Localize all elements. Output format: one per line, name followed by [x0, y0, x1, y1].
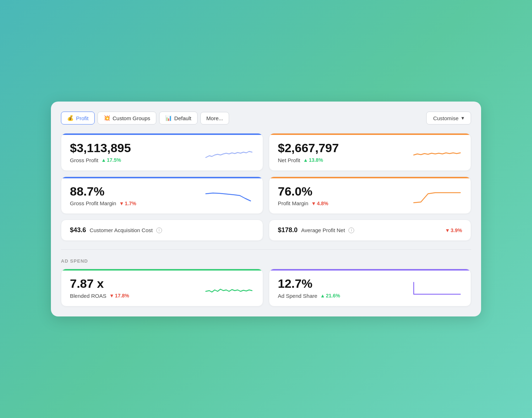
- profit-margin-sparkline: [412, 185, 462, 206]
- chevron-down-icon: ▾: [461, 115, 464, 121]
- net-profit-value: $2,667,797: [278, 141, 339, 155]
- net-profit-label-row: Net Profit ▲ 13.8%: [278, 157, 339, 163]
- profit-margin-change: ▼ 4.8%: [311, 201, 328, 206]
- gross-profit-card: $3,113,895 Gross Profit ▲ 17.5%: [61, 133, 263, 170]
- gross-profit-sparkline: [204, 141, 254, 163]
- gross-profit-inner: $3,113,895 Gross Profit ▲ 17.5%: [70, 141, 254, 163]
- ad-spend-share-change: ▲ 21.6%: [320, 293, 340, 299]
- gross-profit-label-row: Gross Profit ▲ 17.5%: [70, 157, 131, 163]
- gross-profit-value: $3,113,895: [70, 141, 131, 155]
- tab-profit[interactable]: 💰 Profit: [61, 112, 95, 125]
- tab-profit-label: Profit: [76, 115, 89, 121]
- net-profit-inner: $2,667,797 Net Profit ▲ 13.8%: [278, 141, 462, 163]
- apn-change: ▼ 3.9%: [445, 227, 462, 233]
- profit-margin-value: 76.0%: [278, 185, 328, 198]
- gross-profit-label: Gross Profit: [70, 157, 98, 163]
- down-arrow-icon: ▼: [109, 293, 114, 299]
- gross-profit-margin-change: ▼ 1.7%: [119, 201, 136, 206]
- net-profit-sparkline: [412, 141, 462, 163]
- section-divider: [61, 249, 471, 250]
- ad-spend-share-card: 12.7% Ad Spend Share ▲ 21.6%: [269, 269, 471, 306]
- profit-margin-label-row: Profit Margin ▼ 4.8%: [278, 200, 328, 206]
- tab-default-label: Default: [174, 115, 191, 121]
- ad-spend-share-content: 12.7% Ad Spend Share ▲ 21.6%: [278, 277, 340, 299]
- blended-roas-card: 7.87 x Blended ROAS ▼ 17.8%: [61, 269, 263, 306]
- gross-profit-content: $3,113,895 Gross Profit ▲ 17.5%: [70, 141, 131, 163]
- average-profit-net-card: $178.0 Average Profit Net i ▼ 3.9%: [269, 220, 471, 241]
- customise-button[interactable]: Customise ▾: [426, 112, 471, 125]
- blended-roas-label-row: Blended ROAS ▼ 17.8%: [70, 293, 129, 299]
- tab-custom-groups-label: Custom Groups: [113, 115, 150, 121]
- profit-margin-label: Profit Margin: [278, 200, 308, 206]
- tab-bar: 💰 Profit 💥 Custom Groups 📊 Default More.…: [61, 112, 471, 125]
- apn-label: Average Profit Net: [301, 227, 345, 233]
- tab-custom-groups[interactable]: 💥 Custom Groups: [98, 112, 156, 125]
- default-icon: 📊: [165, 115, 172, 121]
- tab-more[interactable]: More...: [200, 112, 229, 125]
- gross-profit-margin-label-row: Gross Profit Margin ▼ 1.7%: [70, 200, 136, 206]
- profit-margin-inner: 76.0% Profit Margin ▼ 4.8%: [278, 185, 462, 206]
- blended-roas-label: Blended ROAS: [70, 293, 106, 299]
- main-metrics-grid: $3,113,895 Gross Profit ▲ 17.5%: [61, 133, 471, 214]
- gross-profit-margin-sparkline: [204, 185, 254, 206]
- gross-profit-change: ▲ 17.5%: [101, 157, 121, 163]
- up-arrow-icon: ▲: [101, 157, 106, 163]
- blended-roas-change: ▼ 17.8%: [109, 293, 129, 299]
- net-profit-change: ▲ 13.8%: [303, 157, 323, 163]
- gross-profit-margin-value: 88.7%: [70, 185, 136, 198]
- up-arrow-icon: ▲: [303, 157, 308, 163]
- ad-spend-share-label-row: Ad Spend Share ▲ 21.6%: [278, 293, 340, 299]
- ad-spend-share-sparkline: [412, 277, 462, 299]
- dashboard-container: 💰 Profit 💥 Custom Groups 📊 Default More.…: [51, 102, 481, 316]
- up-arrow-icon: ▲: [320, 293, 325, 299]
- gross-profit-margin-content: 88.7% Gross Profit Margin ▼ 1.7%: [70, 185, 136, 206]
- net-profit-content: $2,667,797 Net Profit ▲ 13.8%: [278, 141, 339, 163]
- gross-profit-margin-card: 88.7% Gross Profit Margin ▼ 1.7%: [61, 177, 263, 214]
- down-arrow-icon: ▼: [311, 201, 316, 206]
- ad-spend-section-label: AD SPEND: [61, 258, 471, 264]
- profit-icon: 💰: [67, 115, 74, 121]
- customise-label: Customise: [433, 115, 459, 121]
- cac-value: $43.6: [70, 226, 86, 234]
- blended-roas-value: 7.87 x: [70, 277, 129, 290]
- simple-metrics-grid: $43.6 Customer Acquisition Cost i $178.0…: [61, 220, 471, 241]
- down-arrow-icon: ▼: [119, 201, 124, 206]
- tab-more-label: More...: [206, 115, 223, 121]
- blended-roas-content: 7.87 x Blended ROAS ▼ 17.8%: [70, 277, 129, 299]
- custom-groups-icon: 💥: [104, 115, 110, 121]
- tab-default[interactable]: 📊 Default: [159, 112, 198, 125]
- net-profit-label: Net Profit: [278, 157, 300, 163]
- ad-spend-metrics-grid: 7.87 x Blended ROAS ▼ 17.8%: [61, 269, 471, 306]
- profit-margin-content: 76.0% Profit Margin ▼ 4.8%: [278, 185, 328, 206]
- ad-spend-share-label: Ad Spend Share: [278, 293, 317, 299]
- cac-label: Customer Acquisition Cost: [90, 227, 153, 233]
- profit-margin-card: 76.0% Profit Margin ▼ 4.8%: [269, 177, 471, 214]
- net-profit-card: $2,667,797 Net Profit ▲ 13.8%: [269, 133, 471, 170]
- apn-info-icon[interactable]: i: [348, 227, 354, 233]
- down-arrow-icon: ▼: [445, 227, 450, 233]
- gross-profit-margin-inner: 88.7% Gross Profit Margin ▼ 1.7%: [70, 185, 254, 206]
- customer-acquisition-cost-card: $43.6 Customer Acquisition Cost i: [61, 220, 263, 241]
- blended-roas-inner: 7.87 x Blended ROAS ▼ 17.8%: [70, 277, 254, 299]
- cac-info-icon[interactable]: i: [156, 227, 162, 233]
- blended-roas-sparkline: [204, 277, 254, 299]
- ad-spend-share-value: 12.7%: [278, 277, 340, 290]
- gross-profit-margin-label: Gross Profit Margin: [70, 200, 116, 206]
- apn-value: $178.0: [278, 226, 298, 234]
- ad-spend-share-inner: 12.7% Ad Spend Share ▲ 21.6%: [278, 277, 462, 299]
